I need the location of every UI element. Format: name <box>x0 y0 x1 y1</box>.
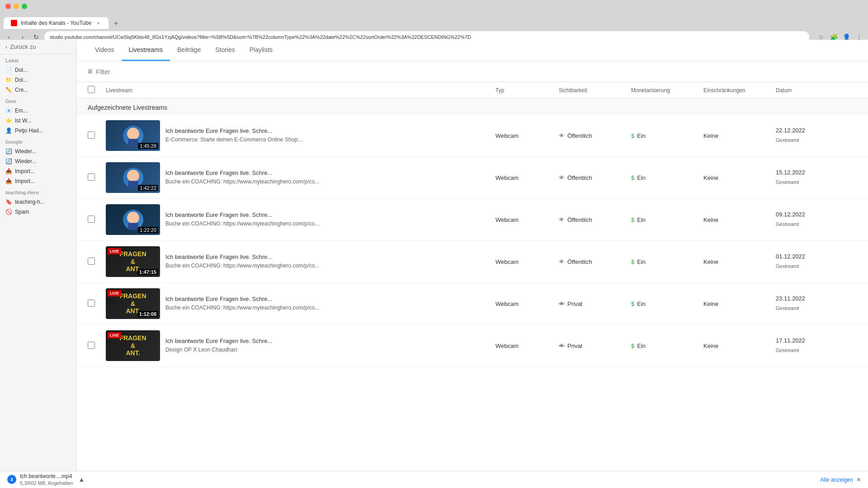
back-arrow-icon: ‹ <box>5 43 7 50</box>
col-header-livestream: Livestream <box>106 87 495 94</box>
row-desc-5: Buche ein COACHING: https://www.myteachi… <box>165 304 495 312</box>
content-tabs: Videos Livestreams Beiträge Stories Play… <box>77 40 868 61</box>
row-typ-4: Webcam <box>495 258 559 265</box>
new-tab-button[interactable]: + <box>110 18 121 29</box>
sidebar-item-dol2[interactable]: 📁 Dol... <box>0 75 76 85</box>
folder-icon: 📁 <box>5 77 12 83</box>
download-icon: ⬇ <box>7 475 16 484</box>
spam-icon: 🚫 <box>5 209 12 215</box>
thumbnail-duration-2: 1:42:22 <box>138 185 158 191</box>
import-icon: 📥 <box>5 168 12 174</box>
row-checkbox-1[interactable] <box>88 131 95 139</box>
sidebar-item-label: Spam <box>15 209 29 215</box>
table-row: 1:22:20 Ich beantworte Eure Fragen live.… <box>77 199 868 241</box>
sidebar-item-label: teaching-h... <box>15 199 45 205</box>
sidebar-item-spam[interactable]: 🚫 Spam <box>0 207 76 217</box>
table-row: LIVE FRAGEN&ANT. Ich beantworte Eure Fra… <box>77 325 868 367</box>
row-content-6: LIVE FRAGEN&ANT. Ich beantworte Eure Fra… <box>106 330 495 361</box>
row-checkbox-3[interactable] <box>88 216 95 223</box>
row-typ-5: Webcam <box>495 300 559 307</box>
thumbnail-duration-5: 1:12:08 <box>137 311 158 317</box>
row-text-5: Ich beantworte Eure Fragen live. Schre..… <box>165 296 495 312</box>
datum-value-4: 01.12.2022 <box>776 253 805 260</box>
row-checkbox-6[interactable] <box>88 342 95 349</box>
show-all-downloads-button[interactable]: Alle anzeigen <box>821 477 853 483</box>
datum-value-1: 22.12.2022 <box>776 127 805 134</box>
row-monetarisierung-5: $ Ein <box>631 300 703 307</box>
close-download-bar-button[interactable]: × <box>857 476 861 484</box>
sidebar-item-import1[interactable]: 📥 Import... <box>0 166 76 176</box>
sidebar-item-label: Em... <box>15 108 28 114</box>
folder-icon: 📄 <box>5 67 12 73</box>
sidebar-item-wieder2[interactable]: 🔄 Wieder... <box>0 156 76 166</box>
row-content-2: 1:42:22 Ich beantworte Eure Fragen live.… <box>106 162 495 193</box>
row-content-1: 1:45:28 Ich beantworte Eure Fragen live.… <box>106 120 495 151</box>
row-typ-1: Webcam <box>495 132 559 139</box>
filter-bar: ≡ <box>77 61 868 82</box>
star-icon: ⭐ <box>5 117 12 124</box>
col-header-monetarisierung: Monetarisierung <box>631 87 703 94</box>
sidebar-item-label: Dol... <box>15 77 28 83</box>
table-row: 1:42:22 Ich beantworte Eure Fragen live.… <box>77 157 868 199</box>
download-expand-icon[interactable]: ▲ <box>78 476 85 483</box>
row-title-4: Ich beantworte Eure Fragen live. Schre..… <box>165 253 495 260</box>
sidebar-item-dol1[interactable]: 📄 Dol... <box>0 65 76 75</box>
tab-beitraege[interactable]: Beiträge <box>170 40 208 61</box>
dollar-icon: $ <box>631 258 634 265</box>
sidebar-item-cre[interactable]: ✏️ Cre... <box>0 85 76 95</box>
select-all-checkbox[interactable] <box>88 86 95 93</box>
eye-slash-icon: 👁 <box>559 300 565 307</box>
row-thumbnail-2[interactable]: 1:42:22 <box>106 162 160 193</box>
filter-input[interactable] <box>96 68 857 75</box>
tab-videos[interactable]: Videos <box>88 40 122 61</box>
row-thumbnail-3[interactable]: 1:22:20 <box>106 204 160 235</box>
bookmark-icon: 🔖 <box>5 199 12 205</box>
tab-stories[interactable]: Stories <box>208 40 242 61</box>
browser-tab-active[interactable]: Inhalte des Kanals - YouTube × <box>4 17 108 29</box>
row-thumbnail-4[interactable]: LIVE FRAGEN&ANT. 1:47:15 <box>106 246 160 277</box>
row-checkbox-4[interactable] <box>88 258 95 265</box>
sidebar-item-wieder1[interactable]: 🔄 Wieder... <box>0 146 76 156</box>
sidebar-item-label: Dol... <box>15 67 28 73</box>
row-thumbnail-1[interactable]: 1:45:28 <box>106 120 160 151</box>
sidebar-item-import2[interactable]: 📥 Import... <box>0 176 76 186</box>
dollar-icon: $ <box>631 216 634 223</box>
sidebar-item-petjo[interactable]: 👤 Petjo Had... <box>0 126 76 136</box>
maximize-button[interactable] <box>22 4 27 9</box>
tab-playlists[interactable]: Playlists <box>242 40 280 61</box>
row-sichtbarkeit-5: 👁 Privat <box>559 300 631 307</box>
thumbnail-duration-4: 1:47:15 <box>137 269 158 275</box>
sidebar-item-em[interactable]: 📧 Em... <box>0 106 76 116</box>
tab-close-button[interactable]: × <box>95 20 101 26</box>
row-einschraenkungen-5: Keine <box>703 300 776 307</box>
row-desc-2: Buche ein COACHING: https://www.myteachi… <box>165 178 495 186</box>
sidebar-section-local: Lokal <box>0 54 76 65</box>
row-einschraenkungen-6: Keine <box>703 343 776 349</box>
row-datum-4: 01.12.2022 Gestreamt <box>776 252 857 271</box>
datum-type-2: Gestreamt <box>776 179 799 185</box>
datum-type-6: Gestreamt <box>776 347 799 353</box>
minimize-button[interactable] <box>14 4 19 9</box>
sidebar-item-teaching[interactable]: 🔖 teaching-h... <box>0 197 76 207</box>
row-thumbnail-5[interactable]: LIVE FRAGEN&ANT. 1:12:08 <box>106 288 160 319</box>
row-checkbox-2[interactable] <box>88 174 95 181</box>
dollar-icon: $ <box>631 300 634 307</box>
sichtbarkeit-label-1: Öffentlich <box>567 132 592 139</box>
row-thumbnail-6[interactable]: LIVE FRAGEN&ANT. <box>106 330 160 361</box>
datum-value-6: 17.11.2022 <box>776 337 805 344</box>
sidebar-back-header[interactable]: ‹ Zurück zu <box>0 40 76 54</box>
datum-type-5: Gestreamt <box>776 305 799 311</box>
filter-icon: ≡ <box>88 67 93 76</box>
row-checkbox-5[interactable] <box>88 300 95 307</box>
monetarisierung-label-3: Ein <box>637 216 646 223</box>
download-item: ⬇ Ich beantworte....mp4 5,3/602 MB, Ange… <box>7 473 85 487</box>
row-content-4: LIVE FRAGEN&ANT. 1:47:15 Ich beantworte … <box>106 246 495 277</box>
close-button[interactable] <box>5 4 11 9</box>
row-einschraenkungen-3: Keine <box>703 216 776 223</box>
row-desc-6: Design OP X Leon Chaudhari: <box>165 346 495 354</box>
row-typ-6: Webcam <box>495 343 559 349</box>
live-badge-6: LIVE <box>108 332 121 338</box>
row-text-1: Ich beantworte Eure Fragen live. Schre..… <box>165 127 495 144</box>
tab-livestreams[interactable]: Livestreams <box>122 40 170 61</box>
sidebar-item-star[interactable]: ⭐ Ist W... <box>0 116 76 126</box>
